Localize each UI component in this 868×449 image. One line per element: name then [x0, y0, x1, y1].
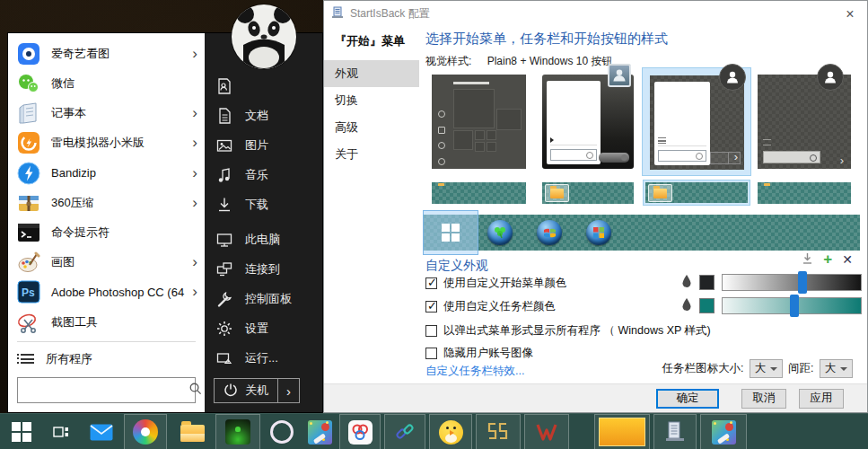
- photo-tool-button[interactable]: [302, 414, 338, 449]
- linked-rings-icon: [348, 420, 373, 445]
- shutdown-button[interactable]: 关机 ›: [214, 378, 300, 403]
- link-app-button[interactable]: [384, 414, 425, 449]
- windows8-flag-icon: [592, 226, 605, 239]
- taskbar-color-swatch[interactable]: [699, 298, 715, 313]
- taskbar-preview-4[interactable]: [758, 182, 851, 204]
- visual-style-label: 视觉样式:: [425, 55, 471, 67]
- checkbox-icon[interactable]: [425, 348, 437, 359]
- app-item-cmd[interactable]: 命令提示符: [8, 217, 205, 247]
- icon-size-dropdown[interactable]: 大: [750, 359, 784, 378]
- visual-style-value[interactable]: Plain8 + Windows 10 按钮: [487, 55, 613, 67]
- spacing-dropdown[interactable]: 大: [820, 359, 854, 378]
- share-app-button[interactable]: [339, 414, 381, 449]
- checkbox-icon[interactable]: [425, 325, 437, 337]
- user-files-item[interactable]: [205, 71, 322, 101]
- place-run[interactable]: 运行...: [205, 343, 322, 373]
- startisback-taskbar-button[interactable]: [653, 414, 697, 449]
- tab-switching[interactable]: 切换: [324, 87, 419, 114]
- visual-style-row: 视觉样式: Plain8 + Windows 10 按钮: [425, 54, 612, 69]
- slider-handle[interactable]: [790, 295, 799, 317]
- orange-window-button[interactable]: [594, 414, 650, 449]
- apply-button[interactable]: 应用: [799, 389, 844, 409]
- start-button-win10-selected[interactable]: [423, 210, 478, 255]
- place-this-pc[interactable]: 此电脑: [205, 224, 322, 254]
- tab-appearance[interactable]: 外观: [324, 60, 419, 87]
- ss-app-button[interactable]: [476, 414, 521, 449]
- mail-app-button[interactable]: [83, 414, 120, 449]
- taskbar-preview-2[interactable]: [542, 182, 634, 204]
- music-icon: [215, 166, 233, 184]
- place-music[interactable]: 音乐: [205, 160, 322, 189]
- tab-about[interactable]: 关于: [324, 141, 419, 168]
- photo-tool-button-2[interactable]: [700, 414, 747, 449]
- checkbox-xp-style-all-programs[interactable]: 以弹出式菜单形式显示所有程序 （ Windows XP 样式): [425, 323, 711, 339]
- place-pictures[interactable]: 图片: [205, 130, 322, 160]
- place-settings[interactable]: 设置: [205, 313, 322, 343]
- start-menu-color-slider[interactable]: [722, 274, 862, 291]
- app-item-wechat[interactable]: 微信: [8, 68, 205, 98]
- double-s-logo-icon: [487, 421, 510, 443]
- app-item-snipping-tool[interactable]: 截图工具: [8, 307, 205, 337]
- photo-tool-icon: [712, 420, 736, 445]
- svg-text:Ps: Ps: [22, 286, 35, 299]
- user-avatar[interactable]: [232, 4, 296, 69]
- red-w-app-button[interactable]: [524, 414, 569, 449]
- ok-button[interactable]: 确定: [656, 389, 719, 409]
- style-preview-plain8-selected[interactable]: [642, 67, 751, 176]
- run-icon: [215, 349, 233, 367]
- app-item-360zip[interactable]: 360压缩: [8, 188, 205, 217]
- remove-icon[interactable]: ✕: [842, 253, 853, 266]
- taskbar-fx-link[interactable]: 自定义任务栏特效...: [425, 364, 524, 379]
- start-button[interactable]: [0, 414, 43, 449]
- app-item-ldplayer[interactable]: 雷电模拟器小米版: [8, 128, 205, 158]
- chick-app-button[interactable]: [429, 414, 472, 449]
- start-menu: 爱奇艺看图 微信 记事本 雷电模拟器小米版 Bandizip 360压缩: [7, 32, 323, 413]
- checkbox-icon[interactable]: [425, 301, 437, 313]
- cancel-button[interactable]: 取消: [741, 389, 786, 409]
- app-item-iqiyi-viewer[interactable]: 爱奇艺看图: [8, 39, 205, 68]
- style-preview-win10[interactable]: [432, 75, 526, 169]
- checkbox-hide-user-picture[interactable]: 隐藏用户账号图像: [425, 346, 533, 361]
- wechat-icon: [17, 72, 40, 95]
- app-item-photoshop[interactable]: Ps Adobe Photoshop CC (64 Bit): [8, 277, 205, 307]
- taskbar-color-slider[interactable]: [722, 297, 862, 314]
- android-emulator-button[interactable]: [215, 414, 260, 449]
- taskbar-preview-1[interactable]: [432, 182, 526, 204]
- checkbox-icon[interactable]: [425, 277, 437, 289]
- start-button-win8-orb[interactable]: [586, 220, 611, 245]
- control-panel-icon: [215, 290, 233, 308]
- add-icon[interactable]: +: [823, 253, 832, 266]
- downloads-icon: [215, 196, 233, 214]
- app-item-notepad[interactable]: 记事本: [8, 98, 205, 128]
- shutdown-options-arrow[interactable]: ›: [277, 379, 299, 402]
- taskbar: [0, 413, 868, 449]
- checkbox-custom-taskbar-color[interactable]: 使用自定义任务栏颜色: [425, 299, 556, 314]
- start-button-win7-orb[interactable]: [537, 220, 562, 245]
- place-control-panel[interactable]: 控制面板: [205, 284, 322, 313]
- search-icon: [189, 382, 202, 398]
- place-documents[interactable]: 文档: [205, 101, 322, 130]
- checkbox-custom-start-menu-color[interactable]: 使用自定义开始菜单颜色: [425, 276, 567, 291]
- place-downloads[interactable]: 下载: [205, 189, 322, 219]
- style-preview-plain10[interactable]: ›: [758, 75, 851, 169]
- place-connect-to[interactable]: 连接到: [205, 254, 322, 284]
- app-item-bandizip[interactable]: Bandizip: [8, 158, 205, 188]
- file-explorer-button[interactable]: [172, 414, 212, 449]
- start-button-clover-orb[interactable]: [487, 220, 513, 245]
- start-menu-color-swatch[interactable]: [699, 275, 715, 290]
- photo-tool-icon: [308, 420, 332, 445]
- app-item-paint[interactable]: 画图: [8, 248, 205, 277]
- browser-app-button[interactable]: [124, 414, 167, 449]
- slider-handle[interactable]: [798, 271, 807, 294]
- search-box[interactable]: [17, 377, 196, 403]
- taskbar-preview-3-selected[interactable]: [643, 180, 750, 206]
- close-icon[interactable]: ×: [840, 5, 860, 22]
- circle-app-button[interactable]: [264, 414, 300, 449]
- download-icon[interactable]: [802, 252, 813, 268]
- circle-app-icon: [270, 420, 294, 444]
- search-input[interactable]: [25, 383, 183, 397]
- all-programs-item[interactable]: 所有程序: [8, 346, 205, 372]
- tab-advanced[interactable]: 高级: [324, 114, 419, 141]
- style-preview-win7[interactable]: [542, 75, 634, 169]
- task-view-button[interactable]: [43, 414, 79, 449]
